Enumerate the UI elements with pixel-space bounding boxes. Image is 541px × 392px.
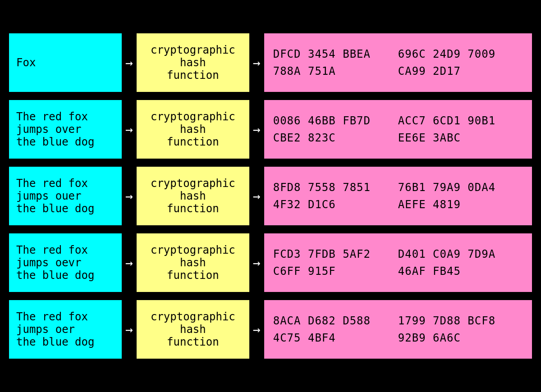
row-3: The red fox jumps ouer the blue dog→cryp… [9,167,532,225]
row-1: Fox→cryptographic hash function→DFCD 345… [9,33,532,92]
hash-box-3: cryptographic hash function [137,167,249,225]
input-box-1: Fox [9,33,122,92]
output-line1-2: 0086 46BB FB7D CBE2 823C [273,112,398,147]
output-line2-1: 696C 24D9 7009 CA99 2D17 [398,46,523,80]
output-line2-2: ACC7 6CD1 90B1 EE6E 3ABC [398,112,523,147]
hash-box-5: cryptographic hash function [137,300,249,359]
arrow-left-5: → [125,322,133,337]
main-diagram: Fox→cryptographic hash function→DFCD 345… [0,24,541,368]
arrow-right-2: → [253,122,261,137]
arrow-right-1: → [253,55,261,70]
input-box-3: The red fox jumps ouer the blue dog [9,167,122,225]
arrow-left-3: → [125,189,133,204]
row-2: The red fox jumps over the blue dog→cryp… [9,100,532,159]
output-line2-5: 1799 7D88 BCF8 92B9 6A6C [398,312,523,347]
arrow-left-2: → [125,122,133,137]
hash-box-4: cryptographic hash function [137,233,249,292]
input-box-4: The red fox jumps oevr the blue dog [9,233,122,292]
output-line1-1: DFCD 3454 BBEA 788A 751A [273,46,398,80]
output-line1-4: FCD3 7FDB 5AF2 C6FF 915F [273,246,398,280]
row-5: The red fox jumps oer the blue dog→crypt… [9,300,532,359]
output-box-1: DFCD 3454 BBEA 788A 751A696C 24D9 7009 C… [264,33,532,92]
input-box-5: The red fox jumps oer the blue dog [9,300,122,359]
output-box-2: 0086 46BB FB7D CBE2 823CACC7 6CD1 90B1 E… [264,100,532,159]
arrow-right-3: → [253,189,261,204]
output-box-5: 8ACA D682 D588 4C75 4BF41799 7D88 BCF8 9… [264,300,532,359]
output-line1-3: 8FD8 7558 7851 4F32 D1C6 [273,179,398,214]
output-line1-5: 8ACA D682 D588 4C75 4BF4 [273,312,398,347]
row-4: The red fox jumps oevr the blue dog→cryp… [9,233,532,292]
arrow-right-4: → [253,255,261,270]
hash-box-2: cryptographic hash function [137,100,249,159]
output-line2-4: D401 C0A9 7D9A 46AF FB45 [398,246,523,280]
hash-box-1: cryptographic hash function [137,33,249,92]
output-line2-3: 76B1 79A9 0DA4 AEFE 4819 [398,179,523,214]
arrow-left-1: → [125,55,133,70]
output-box-4: FCD3 7FDB 5AF2 C6FF 915FD401 C0A9 7D9A 4… [264,233,532,292]
output-box-3: 8FD8 7558 7851 4F32 D1C676B1 79A9 0DA4 A… [264,167,532,225]
arrow-right-5: → [253,322,261,337]
arrow-left-4: → [125,255,133,270]
input-box-2: The red fox jumps over the blue dog [9,100,122,159]
